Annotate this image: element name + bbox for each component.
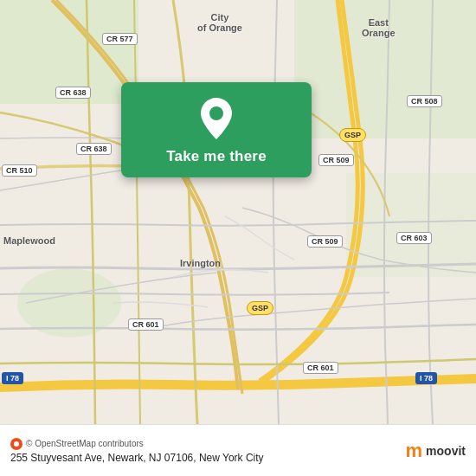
osm-label: © OpenStreetMap contributors bbox=[26, 439, 144, 448]
osm-icon bbox=[10, 438, 23, 450]
svg-rect-4 bbox=[346, 173, 476, 277]
map-view: Cityof Orange EastOrange Maplewood Irvin… bbox=[0, 0, 476, 424]
moovit-name: moovit bbox=[426, 445, 466, 457]
svg-point-5 bbox=[209, 106, 223, 120]
moovit-letter: m bbox=[406, 441, 423, 460]
bottom-bar: © OpenStreetMap contributors 255 Stuyves… bbox=[0, 424, 476, 476]
location-card[interactable]: Take me there bbox=[121, 82, 312, 177]
moovit-logo: m moovit bbox=[406, 441, 466, 460]
pin-icon bbox=[199, 98, 234, 139]
svg-rect-2 bbox=[294, 0, 476, 138]
take-me-there-button[interactable]: Take me there bbox=[166, 148, 267, 165]
osm-attribution: © OpenStreetMap contributors bbox=[10, 438, 264, 450]
address-text: 255 Stuyvesant Ave, Newark, NJ 07106, Ne… bbox=[10, 452, 264, 464]
bottom-left-info: © OpenStreetMap contributors 255 Stuyves… bbox=[10, 438, 264, 464]
